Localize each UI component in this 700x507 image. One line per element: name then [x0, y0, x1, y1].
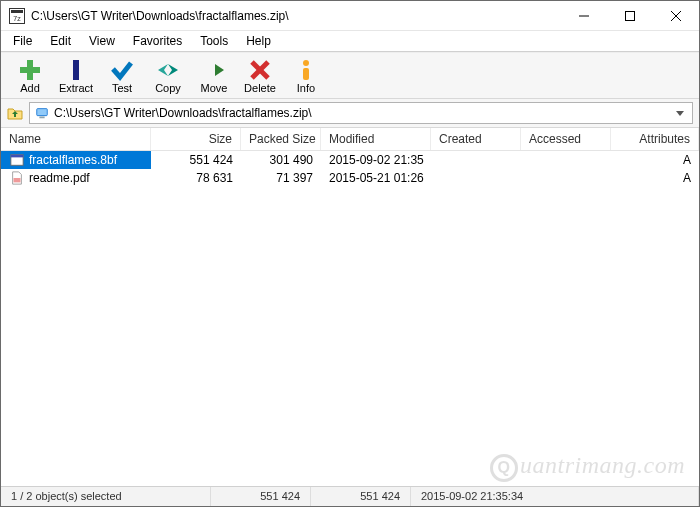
svg-text:7z: 7z: [13, 14, 21, 21]
menu-bar: File Edit View Favorites Tools Help: [1, 31, 699, 51]
toolbar: Add Extract Test Copy Move: [1, 52, 699, 99]
add-label: Add: [20, 82, 40, 94]
svg-point-12: [303, 60, 309, 66]
maximize-button[interactable]: [607, 1, 653, 30]
extract-button[interactable]: Extract: [53, 56, 99, 96]
svg-marker-16: [676, 111, 684, 116]
plus-icon: [18, 58, 42, 82]
path-text: C:\Users\GT Writer\Downloads\fractalflam…: [50, 106, 672, 120]
minimize-button[interactable]: [561, 1, 607, 30]
window-title: C:\Users\GT Writer\Downloads\fractalflam…: [31, 9, 561, 23]
copy-label: Copy: [155, 82, 181, 94]
extract-icon: [64, 58, 88, 82]
info-button[interactable]: Info: [283, 56, 329, 96]
col-packed-size[interactable]: Packed Size: [241, 128, 321, 150]
menu-edit[interactable]: Edit: [42, 33, 79, 49]
menu-file[interactable]: File: [5, 33, 40, 49]
computer-icon: [34, 105, 50, 121]
app-window: 7z C:\Users\GT Writer\Downloads\fractalf…: [0, 0, 700, 507]
col-created[interactable]: Created: [431, 128, 521, 150]
svg-rect-18: [11, 155, 23, 158]
status-modified: 2015-09-02 21:35:34: [411, 487, 699, 506]
path-dropdown-icon[interactable]: [672, 106, 688, 120]
file-packed-size: 71 397: [241, 170, 321, 186]
path-input[interactable]: C:\Users\GT Writer\Downloads\fractalflam…: [29, 102, 693, 124]
check-icon: [110, 58, 134, 82]
window-controls: [561, 1, 699, 30]
file-icon: [9, 170, 25, 186]
file-list[interactable]: Name Size Packed Size Modified Created A…: [1, 128, 699, 486]
status-packed: 551 424: [311, 487, 411, 506]
file-accessed: [521, 177, 611, 179]
svg-rect-9: [73, 60, 79, 80]
test-label: Test: [112, 82, 132, 94]
delete-label: Delete: [244, 82, 276, 94]
up-folder-icon[interactable]: [7, 105, 23, 121]
info-label: Info: [297, 82, 315, 94]
menu-tools[interactable]: Tools: [192, 33, 236, 49]
status-selection: 1 / 2 object(s) selected: [1, 487, 211, 506]
svg-rect-1: [11, 10, 23, 13]
col-accessed[interactable]: Accessed: [521, 128, 611, 150]
file-created: [431, 159, 521, 161]
file-modified: 2015-09-02 21:35: [321, 152, 431, 168]
svg-rect-15: [39, 117, 44, 119]
file-name: fractalflames.8bf: [29, 153, 117, 167]
copy-button[interactable]: Copy: [145, 56, 191, 96]
path-bar: C:\Users\GT Writer\Downloads\fractalflam…: [1, 99, 699, 128]
svg-rect-19: [14, 178, 21, 182]
file-row[interactable]: fractalflames.8bf551 424301 4902015-09-0…: [1, 151, 699, 169]
info-icon: [294, 58, 318, 82]
delete-icon: [248, 58, 272, 82]
svg-rect-14: [37, 109, 48, 116]
file-attributes: A: [611, 170, 699, 186]
add-button[interactable]: Add: [7, 56, 53, 96]
file-row[interactable]: readme.pdf78 63171 3972015-05-21 01:26A: [1, 169, 699, 187]
file-size: 551 424: [151, 152, 241, 168]
menu-help[interactable]: Help: [238, 33, 279, 49]
move-icon: [202, 58, 226, 82]
file-name: readme.pdf: [29, 171, 90, 185]
move-button[interactable]: Move: [191, 56, 237, 96]
file-created: [431, 177, 521, 179]
svg-rect-13: [303, 68, 309, 80]
file-modified: 2015-05-21 01:26: [321, 170, 431, 186]
col-attributes[interactable]: Attributes: [611, 128, 699, 150]
close-button[interactable]: [653, 1, 699, 30]
title-bar: 7z C:\Users\GT Writer\Downloads\fractalf…: [1, 1, 699, 31]
file-packed-size: 301 490: [241, 152, 321, 168]
status-size: 551 424: [211, 487, 311, 506]
status-bar: 1 / 2 object(s) selected 551 424 551 424…: [1, 486, 699, 506]
move-label: Move: [201, 82, 228, 94]
delete-button[interactable]: Delete: [237, 56, 283, 96]
extract-label: Extract: [59, 82, 93, 94]
file-size: 78 631: [151, 170, 241, 186]
test-button[interactable]: Test: [99, 56, 145, 96]
svg-rect-4: [626, 11, 635, 20]
file-icon: [9, 152, 25, 168]
svg-rect-8: [20, 67, 40, 73]
file-attributes: A: [611, 152, 699, 168]
col-modified[interactable]: Modified: [321, 128, 431, 150]
menu-favorites[interactable]: Favorites: [125, 33, 190, 49]
column-headers: Name Size Packed Size Modified Created A…: [1, 128, 699, 151]
app-icon: 7z: [9, 8, 25, 24]
copy-icon: [156, 58, 180, 82]
menu-view[interactable]: View: [81, 33, 123, 49]
col-size[interactable]: Size: [151, 128, 241, 150]
file-accessed: [521, 159, 611, 161]
col-name[interactable]: Name: [1, 128, 151, 150]
